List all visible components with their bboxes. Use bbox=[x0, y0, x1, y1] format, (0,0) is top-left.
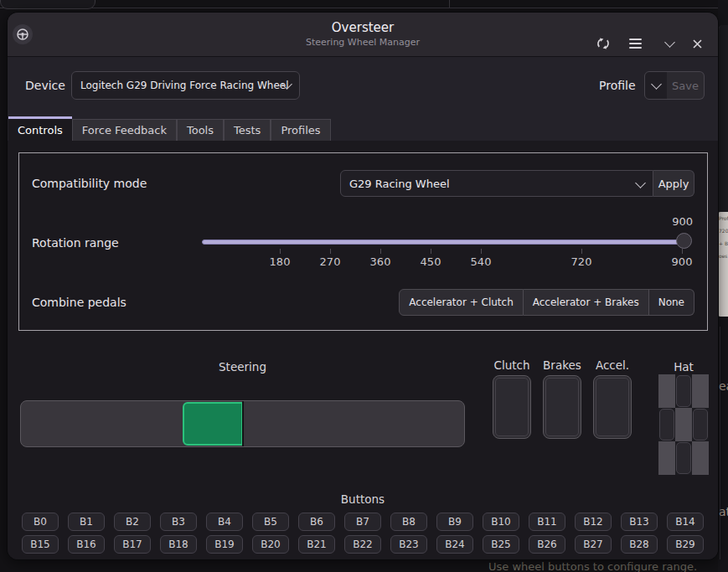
close-icon[interactable] bbox=[688, 34, 706, 53]
profile-dropdown[interactable] bbox=[644, 71, 668, 100]
device-dropdown-value: Logitech G29 Driving Force Racing Wheel bbox=[80, 80, 288, 91]
tick-label: 450 bbox=[421, 255, 441, 268]
wheel-button-indicator: B4 bbox=[206, 513, 243, 531]
accel-monitor: Accel. bbox=[593, 358, 632, 439]
oversteer-window: Oversteer Steering Wheel Manager Device … bbox=[8, 13, 718, 559]
wheel-button-indicator: B6 bbox=[298, 513, 335, 531]
wheel-button-indicator: B15 bbox=[22, 535, 59, 554]
wheel-button-indicator: B7 bbox=[344, 513, 381, 531]
tab-profiles[interactable]: Profiles bbox=[271, 119, 330, 141]
hat-monitor bbox=[658, 374, 709, 475]
tick-label: 270 bbox=[320, 255, 341, 268]
clutch-levelbar bbox=[493, 375, 531, 439]
pedal-monitors: Clutch Brakes Accel. bbox=[493, 358, 632, 439]
apply-button[interactable]: Apply bbox=[653, 170, 694, 197]
combine-accel-brakes-button[interactable]: Accelerator + Brakes bbox=[524, 289, 649, 316]
device-dropdown[interactable]: Logitech G29 Driving Force Racing Wheel bbox=[71, 71, 300, 100]
compatibility-dropdown-value: G29 Racing Wheel bbox=[349, 178, 450, 190]
rotation-range-label: Rotation range bbox=[32, 236, 119, 250]
wheel-button-indicator: B27 bbox=[575, 535, 612, 554]
tick-mark bbox=[380, 249, 381, 254]
tab-bar: Controls Force Feedback Tools Tests Prof… bbox=[8, 116, 331, 141]
combine-accel-clutch-button[interactable]: Accelerator + Clutch bbox=[399, 289, 523, 316]
chevron-down-icon[interactable] bbox=[660, 34, 679, 53]
compatibility-dropdown[interactable]: G29 Racing Wheel bbox=[340, 170, 653, 197]
tick-mark bbox=[581, 249, 582, 254]
hat-left-indicator bbox=[658, 408, 675, 441]
refresh-button[interactable] bbox=[594, 34, 612, 53]
hat-label: Hat bbox=[658, 360, 709, 374]
brakes-label: Brakes bbox=[543, 358, 581, 372]
wheel-button-indicator: B26 bbox=[529, 535, 565, 554]
buttons-row-2: B15B16B17B18B19B20B21B22B23B24B25B26B27B… bbox=[22, 535, 704, 554]
wheel-button-indicator: B5 bbox=[252, 513, 289, 531]
background-text-fragment: oes bbox=[718, 250, 728, 262]
tab-tests[interactable]: Tests bbox=[224, 119, 271, 141]
combine-none-button[interactable]: None bbox=[649, 289, 694, 316]
tab-tools[interactable]: Tools bbox=[177, 119, 224, 141]
combine-pedals-label: Combine pedals bbox=[32, 296, 126, 309]
slider-handle[interactable] bbox=[676, 233, 692, 249]
wheel-button-indicator: B18 bbox=[160, 535, 197, 554]
background-window-border bbox=[720, 327, 720, 559]
wheel-button-indicator: B9 bbox=[436, 513, 473, 531]
wheel-button-indicator: B0 bbox=[22, 513, 59, 531]
wheel-button-indicator: B13 bbox=[621, 513, 658, 531]
brakes-monitor: Brakes bbox=[543, 358, 581, 439]
wheel-button-indicator: B19 bbox=[206, 535, 243, 554]
device-label: Device bbox=[25, 79, 65, 92]
tab-controls[interactable]: Controls bbox=[8, 116, 72, 141]
wheel-button-indicator: B17 bbox=[114, 535, 151, 554]
hat-right-indicator bbox=[692, 408, 709, 441]
wheel-button-indicator: B10 bbox=[483, 513, 519, 531]
background-text-fragment: ea bbox=[719, 379, 728, 393]
wheel-button-indicator: B8 bbox=[390, 513, 427, 531]
accel-levelbar bbox=[593, 375, 632, 439]
tick-label: 900 bbox=[672, 255, 693, 268]
wheel-button-indicator: B25 bbox=[483, 535, 519, 554]
wheel-button-indicator: B12 bbox=[575, 513, 612, 531]
slider-track[interactable] bbox=[202, 240, 690, 245]
background-window-sliver bbox=[718, 25, 728, 212]
wheel-button-indicator: B2 bbox=[114, 513, 151, 531]
wheel-button-indicator: B22 bbox=[344, 535, 381, 554]
background-window-edge bbox=[0, 8, 728, 8]
tick-mark bbox=[280, 249, 281, 254]
menu-icon[interactable] bbox=[626, 34, 644, 53]
profile-label: Profile bbox=[599, 79, 636, 92]
rotation-range-slider: 180270360450540720900 bbox=[202, 227, 690, 281]
tab-force-feedback[interactable]: Force Feedback bbox=[72, 119, 177, 141]
steering-level-fill bbox=[183, 402, 243, 446]
background-text-fragment: at bbox=[719, 505, 728, 518]
combine-pedals-group: Accelerator + Clutch Accelerator + Brake… bbox=[399, 289, 694, 316]
wheel-button-indicator: B20 bbox=[252, 535, 289, 554]
background-light-window-sliver: Prof720+ Broes bbox=[718, 212, 728, 317]
background-tab-divider bbox=[449, 0, 450, 8]
accel-label: Accel. bbox=[593, 358, 632, 372]
chevron-down-icon bbox=[651, 79, 662, 90]
hat-down-indicator bbox=[675, 441, 692, 475]
wheel-button-indicator: B24 bbox=[436, 535, 473, 554]
tick-mark bbox=[330, 249, 331, 254]
steering-label: Steering bbox=[20, 360, 465, 374]
compatibility-label: Compatibility mode bbox=[32, 177, 147, 190]
wheel-button-indicator: B23 bbox=[390, 535, 427, 554]
tick-label: 720 bbox=[571, 255, 592, 268]
clutch-monitor: Clutch bbox=[493, 358, 531, 439]
background-tab-shape bbox=[0, 0, 96, 9]
background-text-fragment: + Br bbox=[718, 237, 728, 250]
tick-mark bbox=[431, 249, 431, 254]
background-text-fragment: Prof bbox=[718, 212, 728, 224]
save-button[interactable]: Save bbox=[667, 71, 705, 100]
wheel-button-indicator: B3 bbox=[160, 513, 197, 531]
tick-label: 360 bbox=[370, 255, 391, 268]
screen: Prof720+ Broes ea at Use wheel buttons t… bbox=[0, 0, 728, 572]
brakes-levelbar bbox=[543, 375, 581, 439]
wheel-button-indicator: B28 bbox=[621, 535, 658, 554]
steering-levelbar bbox=[20, 400, 465, 447]
wheel-button-indicator: B11 bbox=[529, 513, 565, 531]
tick-mark bbox=[682, 249, 683, 254]
tick-label: 540 bbox=[471, 255, 492, 268]
buttons-row-1: B0B1B2B3B4B5B6B7B8B9B10B11B12B13B14 bbox=[22, 513, 704, 531]
wheel-button-indicator: B29 bbox=[667, 535, 704, 554]
